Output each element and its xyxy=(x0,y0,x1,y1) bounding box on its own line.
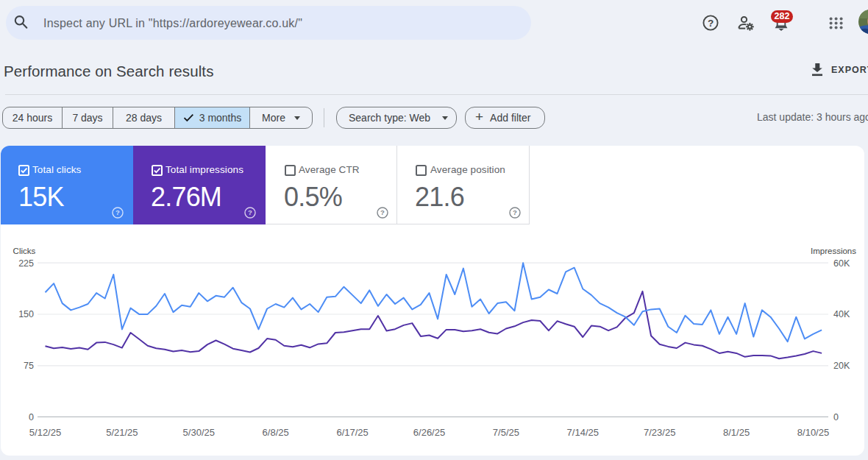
svg-text:6/8/25: 6/8/25 xyxy=(263,427,289,438)
svg-text:8/10/25: 8/10/25 xyxy=(797,427,829,438)
svg-text:0: 0 xyxy=(29,412,34,422)
svg-text:7/14/25: 7/14/25 xyxy=(567,427,599,438)
svg-text:6/26/25: 6/26/25 xyxy=(413,427,445,438)
svg-text:40K: 40K xyxy=(833,309,850,319)
svg-text:6/17/25: 6/17/25 xyxy=(336,427,368,438)
svg-text:225: 225 xyxy=(18,258,34,269)
svg-text:5/21/25: 5/21/25 xyxy=(106,427,138,438)
svg-text:?: ? xyxy=(248,208,252,216)
svg-text:7/5/25: 7/5/25 xyxy=(493,427,519,438)
svg-text:?: ? xyxy=(708,18,714,29)
svg-text:Impressions: Impressions xyxy=(811,247,856,255)
svg-text:75: 75 xyxy=(24,361,34,371)
svg-text:?: ? xyxy=(115,208,120,216)
svg-text:8/1/25: 8/1/25 xyxy=(723,427,750,438)
svg-text:Clicks: Clicks xyxy=(13,247,36,255)
svg-text:0: 0 xyxy=(833,412,839,422)
svg-text:5/12/25: 5/12/25 xyxy=(29,427,61,438)
svg-text:?: ? xyxy=(380,208,385,216)
svg-text:150: 150 xyxy=(18,309,34,319)
svg-text:7/23/25: 7/23/25 xyxy=(644,427,675,438)
svg-text:?: ? xyxy=(513,208,517,216)
svg-text:20K: 20K xyxy=(833,361,850,371)
svg-text:60K: 60K xyxy=(833,258,850,269)
svg-text:5/30/25: 5/30/25 xyxy=(183,427,215,438)
